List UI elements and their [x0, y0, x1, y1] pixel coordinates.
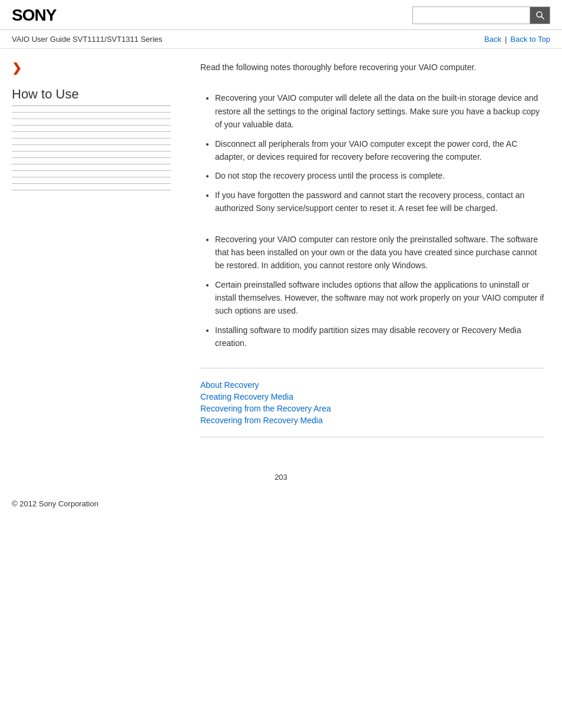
- footer: © 2012 Sony Corporation: [0, 487, 562, 520]
- list-item: Recovering your VAIO computer will delet…: [215, 91, 544, 131]
- sidebar-divider-2: [12, 118, 171, 119]
- copyright-text: © 2012 Sony Corporation: [12, 499, 98, 508]
- nav-links: Back | Back to Top: [484, 35, 550, 44]
- list-item: Disconnect all peripherals from your VAI…: [215, 137, 544, 164]
- section-divider-bottom: [200, 437, 544, 437]
- search-input[interactable]: [412, 6, 530, 24]
- bullet-section-1: Recovering your VAIO computer will delet…: [200, 91, 544, 215]
- sidebar-title: How to Use: [12, 87, 171, 106]
- search-area: [412, 6, 550, 24]
- page-header: SONY: [0, 0, 562, 30]
- bullet-list-2: Recovering your VAIO computer can restor…: [200, 233, 544, 350]
- bullet-list-1: Recovering your VAIO computer will delet…: [200, 91, 544, 215]
- recovering-from-recovery-media-link[interactable]: Recovering from Recovery Media: [200, 416, 544, 425]
- main-container: ❯ How to Use Read the following notes th…: [0, 49, 562, 461]
- sidebar-divider-9: [12, 164, 171, 164]
- intro-paragraph: Read the following notes thoroughly befo…: [200, 61, 544, 74]
- creating-recovery-media-link[interactable]: Creating Recovery Media: [200, 392, 544, 401]
- sidebar-divider-3: [12, 125, 171, 126]
- sidebar: ❯ How to Use: [0, 49, 183, 461]
- list-item: If you have forgotten the password and c…: [215, 189, 544, 215]
- sidebar-divider-13: [12, 190, 171, 190]
- sidebar-divider-1: [12, 112, 171, 113]
- sidebar-divider-5: [12, 138, 171, 139]
- sidebar-arrow-icon: ❯: [12, 61, 171, 75]
- page-number: 203: [0, 461, 562, 487]
- sidebar-divider-10: [12, 170, 171, 171]
- svg-point-0: [537, 12, 542, 17]
- section-divider-top: [200, 368, 544, 368]
- nav-separator: |: [505, 35, 507, 44]
- sidebar-divider-11: [12, 177, 171, 177]
- nav-bar: VAIO User Guide SVT1111/SVT1311 Series B…: [0, 30, 562, 49]
- sidebar-divider-12: [12, 183, 171, 184]
- list-item: Installing software to modify partition …: [215, 324, 544, 350]
- svg-line-1: [541, 17, 544, 19]
- back-to-top-link[interactable]: Back to Top: [510, 35, 550, 44]
- about-recovery-link[interactable]: About Recovery: [200, 380, 544, 390]
- bullet-section-2: Recovering your VAIO computer can restor…: [200, 233, 544, 350]
- sidebar-divider-7: [12, 151, 171, 151]
- sidebar-divider-8: [12, 157, 171, 158]
- sony-logo: SONY: [12, 6, 56, 25]
- list-item: Do not stop the recovery process until t…: [215, 169, 544, 182]
- links-section: About Recovery Creating Recovery Media R…: [200, 380, 544, 425]
- list-item: Recovering your VAIO computer can restor…: [215, 233, 544, 272]
- breadcrumb: VAIO User Guide SVT1111/SVT1311 Series: [12, 35, 163, 44]
- recovering-from-recovery-area-link[interactable]: Recovering from the Recovery Area: [200, 404, 544, 413]
- sidebar-divider-6: [12, 144, 171, 145]
- back-link[interactable]: Back: [484, 35, 501, 44]
- search-button[interactable]: [530, 6, 550, 24]
- sidebar-divider-4: [12, 131, 171, 132]
- search-icon: [535, 11, 545, 20]
- content-area: Read the following notes thoroughly befo…: [183, 49, 562, 461]
- list-item: Certain preinstalled software includes o…: [215, 278, 544, 318]
